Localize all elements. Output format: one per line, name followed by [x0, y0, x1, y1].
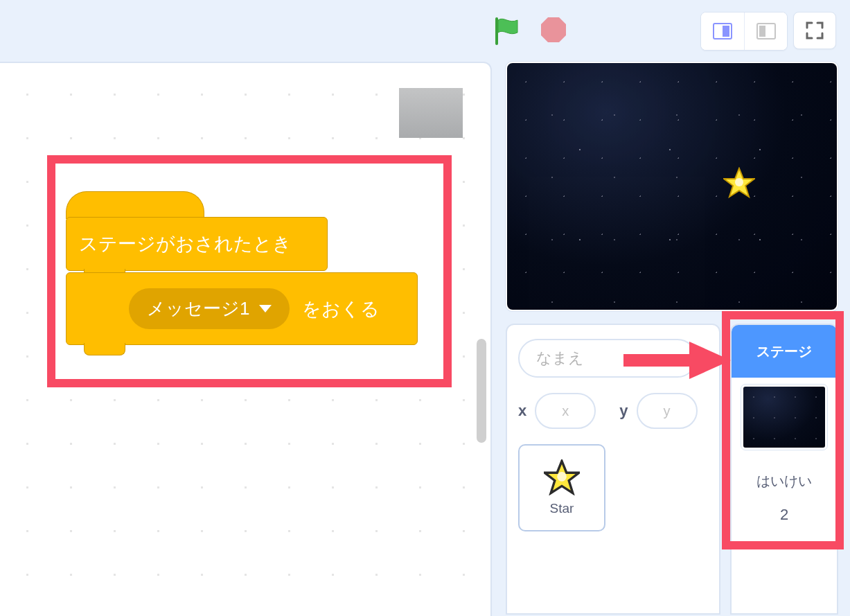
sprite-tile-label: Star [550, 501, 574, 516]
svg-rect-2 [723, 26, 729, 37]
fullscreen-button[interactable] [793, 12, 836, 49]
svg-point-6 [557, 472, 567, 482]
dropdown-value: メッセージ1 [147, 297, 249, 321]
svg-marker-0 [541, 17, 566, 42]
script-workspace[interactable]: ステージがおされたとき メッセージ1 をおくる [0, 62, 492, 616]
y-input[interactable] [637, 393, 698, 429]
svg-rect-4 [759, 26, 765, 37]
backdrop-count: 2 [780, 506, 788, 524]
chevron-down-icon [259, 305, 272, 313]
backdrop-thumbnail-preview [399, 88, 463, 138]
stage-header-bar [0, 0, 850, 62]
x-label: x [518, 402, 526, 420]
broadcast-message-dropdown[interactable]: メッセージ1 [129, 288, 290, 329]
y-label: y [619, 402, 628, 420]
large-stage-button[interactable] [744, 12, 787, 50]
backdrop-label: はいけい [756, 472, 812, 491]
stage-panel[interactable]: ステージ はいけい 2 [730, 324, 838, 615]
block-stack[interactable]: ステージがおされたとき メッセージ1 をおくる [66, 191, 418, 345]
backdrop-thumbnail[interactable] [741, 385, 827, 450]
stage-size-toggle [700, 12, 788, 51]
star-sprite-on-stage[interactable] [723, 167, 755, 202]
green-flag-icon[interactable] [494, 16, 522, 46]
sprite-name-input[interactable] [518, 339, 697, 378]
broadcast-block[interactable]: メッセージ1 をおくる [66, 272, 418, 345]
stop-icon[interactable] [540, 16, 567, 46]
stage-panel-header: ステージ [732, 325, 837, 378]
stage-preview[interactable] [506, 62, 838, 311]
sprite-info-panel: x y Star [506, 324, 720, 615]
sprite-tile-star[interactable]: Star [518, 444, 605, 531]
broadcast-suffix-label: をおくる [302, 297, 380, 322]
hat-block-label: ステージがおされたとき [79, 231, 292, 256]
small-stage-button[interactable] [701, 12, 744, 50]
hat-block-stage-clicked[interactable]: ステージがおされたとき [66, 191, 328, 271]
svg-point-5 [735, 178, 743, 186]
x-input[interactable] [535, 393, 596, 429]
vertical-scrollbar[interactable] [477, 339, 486, 443]
